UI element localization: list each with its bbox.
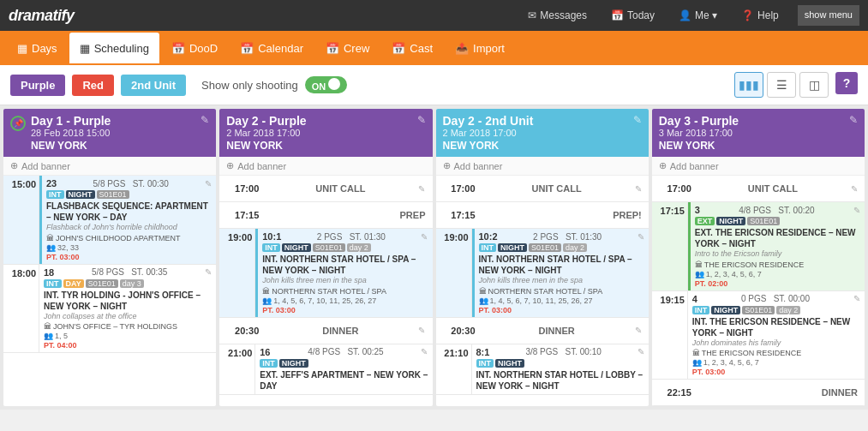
scene3-edit[interactable]: ✎: [853, 206, 860, 215]
time-1800: 18:00: [3, 265, 39, 353]
help-nav[interactable]: ❓ Help: [736, 6, 784, 25]
day1-scene23: 15:00 23 5/8 PGS ST. 00:30 ✎ INT NIGHT S…: [3, 176, 216, 265]
scene23-pgs: 5/8 PGS ST. 00:30: [93, 179, 169, 189]
tag-night-10b: NIGHT: [498, 243, 527, 252]
scene18-edit[interactable]: ✎: [205, 267, 212, 277]
time-1500: 15:00: [3, 176, 39, 264]
day1-add-banner[interactable]: ⊕ Add banner: [3, 157, 216, 176]
day2b-add-banner[interactable]: ⊕ Add banner: [436, 157, 649, 176]
day2-unit-call: 17:00 UNIT CALL ✎: [219, 176, 432, 202]
dinner-label-2b: DINNER: [539, 326, 575, 336]
me-nav[interactable]: 👤 Me ▾: [673, 6, 722, 25]
day2-title: Day 2 - Purple: [226, 114, 416, 128]
day2b-dinner: 20:30 DINNER ✎: [436, 318, 649, 344]
purple-unit-button[interactable]: Purple: [10, 75, 65, 96]
message-icon: ✉: [528, 9, 536, 21]
tab-crew[interactable]: 📅 Crew: [315, 33, 380, 63]
day1-date: 28 Feb 2018 15:00: [31, 128, 201, 138]
unit-call-edit-2[interactable]: ✎: [418, 184, 425, 194]
list-view-button[interactable]: ☰: [767, 72, 796, 98]
scene18-pgs: 5/8 PGS ST. 00:35: [92, 267, 167, 277]
day3-edit-icon[interactable]: ✎: [849, 114, 858, 126]
time-1900-2: 19:00: [219, 229, 255, 317]
scene10-tags: INT NIGHT S01E01 day 2: [262, 243, 428, 252]
tab-calendar[interactable]: 📅 Calendar: [230, 33, 314, 63]
user-icon: 👤: [679, 9, 691, 21]
tab-days[interactable]: ▦ Days: [7, 33, 68, 63]
day-column-1: 📌 Day 1 - Purple 28 Feb 2018 15:00 NEW Y…: [3, 109, 216, 406]
view-buttons: ▮▮▮ ☰ ◫ ?: [734, 72, 858, 98]
scene8-content: 8:1 3/8 PGS ST. 00:10 ✎ INT NIGHT INT. N…: [472, 344, 649, 394]
day2-edit-icon[interactable]: ✎: [417, 114, 426, 126]
scene4-pt: PT. 03:00: [692, 368, 860, 376]
scene10-edit[interactable]: ✎: [421, 232, 428, 242]
tag-day2-18: day 3: [120, 279, 144, 288]
scene23-edit[interactable]: ✎: [205, 179, 212, 189]
day2b-edit-icon[interactable]: ✎: [633, 114, 642, 126]
today-nav[interactable]: 📅 Today: [606, 6, 660, 25]
scene10-num: 10:1: [262, 231, 281, 242]
day1-title: Day 1 - Purple: [31, 114, 201, 128]
scene23-cast: 👥 32, 33: [46, 243, 212, 252]
cast-icon: 👥: [46, 243, 56, 252]
time-1715-3: 17:15: [652, 202, 688, 290]
tag-night: NIGHT: [66, 190, 95, 199]
day2-scene10: 19:00 10:1 2 PGS ST. 01:30 ✎ INT NIGHT S…: [219, 229, 432, 318]
tag-ext-3: EXT: [695, 217, 715, 225]
scene10-pgs: 2 PGS ST. 01:30: [317, 232, 386, 242]
scene10b-edit[interactable]: ✎: [638, 232, 644, 242]
scene23-content: 23 5/8 PGS ST. 00:30 ✎ INT NIGHT S01E01 …: [39, 176, 216, 264]
dinner-edit-2b[interactable]: ✎: [635, 326, 642, 335]
tag-ep-4: S01E01: [742, 306, 775, 314]
time-1700-2b: 17:00: [443, 180, 479, 197]
messages-nav[interactable]: ✉ Messages: [523, 6, 592, 25]
calendar-tab-icon: 📅: [240, 42, 254, 55]
scene23-title: FLASHBACK SEQUENCE: APARTMENT – NEW YORK…: [46, 201, 212, 223]
column-view-button[interactable]: ▮▮▮: [734, 72, 763, 98]
scene10b-num: 10:2: [479, 231, 498, 242]
scene10b-loc: 🏛 NORTHERN STAR HOTEL / SPA: [479, 287, 644, 296]
day3-add-banner[interactable]: ⊕ Add banner: [652, 157, 865, 176]
plus-icon-3: ⊕: [659, 160, 667, 171]
import-tab-label: Import: [473, 42, 505, 55]
scene10-cast: 👥 1, 4, 5, 6, 7, 10, 11, 25, 26, 27: [262, 296, 428, 305]
day2-location: NEW YORK: [226, 140, 416, 152]
dinner-edit-2[interactable]: ✎: [418, 326, 425, 335]
scene16-pgs: 4/8 PGS ST. 00:25: [308, 347, 383, 356]
add-banner-label-3: Add banner: [670, 161, 719, 171]
tab-dood[interactable]: 📅 DooD: [161, 33, 228, 63]
scene10b-title: INT. NORTHERN STAR HOTEL / SPA – NEW YOR…: [479, 254, 644, 276]
scene8-edit[interactable]: ✎: [638, 347, 644, 356]
red-unit-button[interactable]: Red: [72, 75, 114, 96]
toggle-on-state[interactable]: ON: [305, 76, 348, 93]
tab-import[interactable]: 📤 Import: [445, 33, 515, 63]
tag-day2-4: day 2: [776, 306, 800, 314]
scene3-pt: PT. 02:00: [695, 279, 860, 288]
scene4-edit[interactable]: ✎: [853, 294, 860, 303]
scene16-edit[interactable]: ✎: [421, 347, 428, 356]
day3-unit-call: 17:00 UNIT CALL ✎: [652, 176, 865, 202]
tab-scheduling[interactable]: ▦ Scheduling: [69, 33, 159, 63]
day2-add-banner[interactable]: ⊕ Add banner: [219, 157, 432, 176]
tab-cast[interactable]: 📅 Cast: [381, 33, 443, 63]
scene10-title: INT. NORTHERN STAR HOTEL / SPA – NEW YOR…: [262, 254, 428, 276]
unit-call-edit-2b[interactable]: ✎: [635, 184, 642, 194]
scene18-num: 18: [44, 267, 54, 278]
time-2100-2: 21:00: [219, 344, 255, 394]
2nd-unit-button[interactable]: 2nd Unit: [121, 75, 186, 96]
cast-icon-4: 👥: [692, 358, 702, 367]
tag-day2-10b: day 2: [563, 243, 587, 252]
cast-icon-18: 👥: [44, 332, 53, 340]
tag-ep-3: S01E01: [747, 217, 780, 225]
unit-call-edit-3[interactable]: ✎: [851, 184, 858, 194]
board-view-button[interactable]: ◫: [799, 72, 829, 98]
show-menu-button[interactable]: show menu: [798, 5, 859, 25]
toggle-shooting[interactable]: ON: [305, 76, 348, 93]
scene3-num: 3: [695, 205, 700, 215]
time-1715-2b: 17:15: [443, 207, 479, 224]
day1-edit-icon[interactable]: ✎: [201, 114, 209, 126]
help-button[interactable]: ?: [835, 72, 858, 94]
calendar-tab-label: Calendar: [258, 42, 303, 55]
scene10b-cast: 👥 1, 4, 5, 6, 7, 10, 11, 25, 26, 27: [479, 296, 644, 305]
tag-ep-10b: S01E01: [529, 243, 561, 252]
